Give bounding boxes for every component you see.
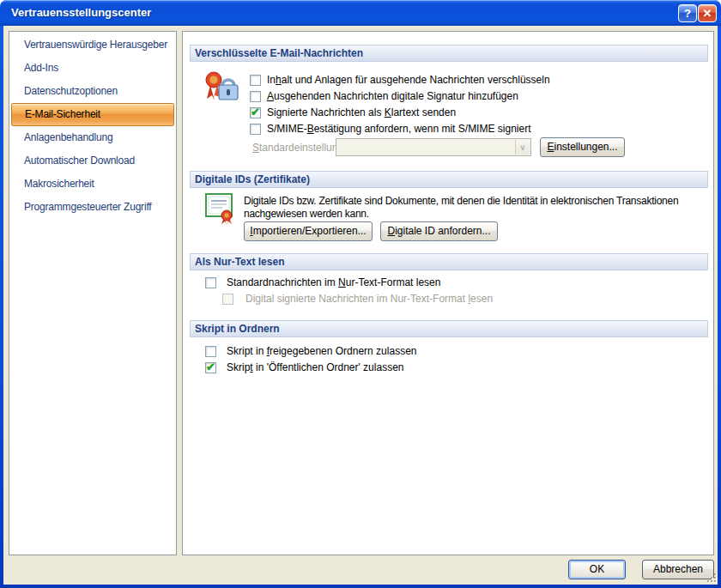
trust-center-dialog: Vertrauensstellungscenter ? ✕ Vertrauens… [0,0,721,588]
sidebar-item-anlagenbehandlung[interactable]: Anlagenbehandlung [9,126,176,149]
sidebar-item-automatischer-download[interactable]: Automatischer Download [9,149,176,173]
dialog-body: Vertrauenswürdige Herausgeber Add-Ins Da… [3,26,718,585]
sidebar-item-add-ins[interactable]: Add-Ins [9,57,176,80]
help-icon: ? [684,7,691,20]
settings-button[interactable]: Einstellungen... [540,137,625,157]
section-header-encrypted-email: Verschlüsselte E-Mail-Nachrichten [190,45,708,62]
checkbox-encrypt-outgoing-label: Inhalt und Anlagen für ausgehende Nachri… [267,74,550,87]
checkbox-script-shared-folders-label: Skript in freigegebenen Ordnern zulassen [227,345,416,358]
sidebar-item-datenschutzoptionen[interactable]: Datenschutzoptionen [9,80,176,103]
default-setting-combobox: ∨ [336,138,531,156]
checkbox-digital-signature[interactable] [250,91,261,102]
check-icon: ✔ [251,106,260,118]
checkbox-smime-receipt-label: S/MIME-Bestätigung anfordern, wenn mit S… [267,123,530,136]
certificate-document-icon [203,191,238,226]
import-export-button[interactable]: Importieren/Exportieren... [244,221,373,241]
check-icon: ✔ [206,361,215,373]
checkbox-smime-receipt[interactable] [250,124,261,135]
checkbox-read-plain-text[interactable] [205,277,216,288]
checkbox-encrypt-outgoing[interactable] [250,75,261,86]
checkbox-read-signed-plain-text [222,294,233,305]
checkbox-signed-cleartext-label: Signierte Nachrichten als Klartext sende… [267,106,456,119]
sidebar-item-programmgesteuerter-zugriff[interactable]: Programmgesteuerter Zugriff [9,196,176,219]
chevron-down-icon: ∨ [515,140,530,155]
sidebar-item-vertrauenswuerdige-herausgeber[interactable]: Vertrauenswürdige Herausgeber [9,33,176,57]
ok-button[interactable]: OK [568,560,626,579]
section-header-plain-text: Als Nur-Text lesen [190,253,708,270]
checkbox-script-public-folders-label: Skript in 'Öffentlichen Ordner' zulassen [227,361,403,374]
checkbox-signed-cleartext[interactable]: ✔ [250,107,261,118]
certificate-lock-icon [203,70,241,107]
checkbox-script-public-folders[interactable]: ✔ [205,362,216,373]
help-button[interactable]: ? [678,4,697,22]
section-header-digital-ids: Digitale IDs (Zertifikate) [190,171,708,188]
cancel-button[interactable]: Abbrechen [642,560,714,579]
section-header-script-folders: Skript in Ordnern [190,320,708,337]
digital-ids-description-line2: nachgewiesen werden kann. [244,208,369,221]
sidebar-nav: Vertrauenswürdige Herausgeber Add-Ins Da… [9,31,177,555]
sidebar-item-makrosicherheit[interactable]: Makrosicherheit [9,173,176,196]
default-setting-label: Standardeinstellung: [252,142,346,155]
resize-grip[interactable] [707,573,718,584]
sidebar-item-email-sicherheit[interactable]: E-Mail-Sicherheit [11,103,174,126]
checkbox-script-shared-folders[interactable] [205,346,216,357]
close-icon: ✕ [703,7,712,20]
checkbox-read-plain-text-label: Standardnachrichten im Nur-Text-Format l… [227,276,440,289]
checkbox-read-signed-plain-text-label: Digital signierte Nachrichten im Nur-Tex… [245,293,493,306]
checkbox-digital-signature-label: Ausgehenden Nachrichten digitale Signatu… [267,90,518,103]
digital-ids-description-line1: Digitale IDs bzw. Zertifikate sind Dokum… [244,195,678,208]
window-title: Vertrauensstellungscenter [11,0,151,26]
email-security-page: Verschlüsselte E-Mail-Nachrichten Inhalt… [182,31,714,555]
request-digital-id-button[interactable]: Digitale ID anfordern... [380,221,498,241]
close-button[interactable]: ✕ [698,4,717,22]
title-bar: Vertrauensstellungscenter ? ✕ [0,0,721,26]
